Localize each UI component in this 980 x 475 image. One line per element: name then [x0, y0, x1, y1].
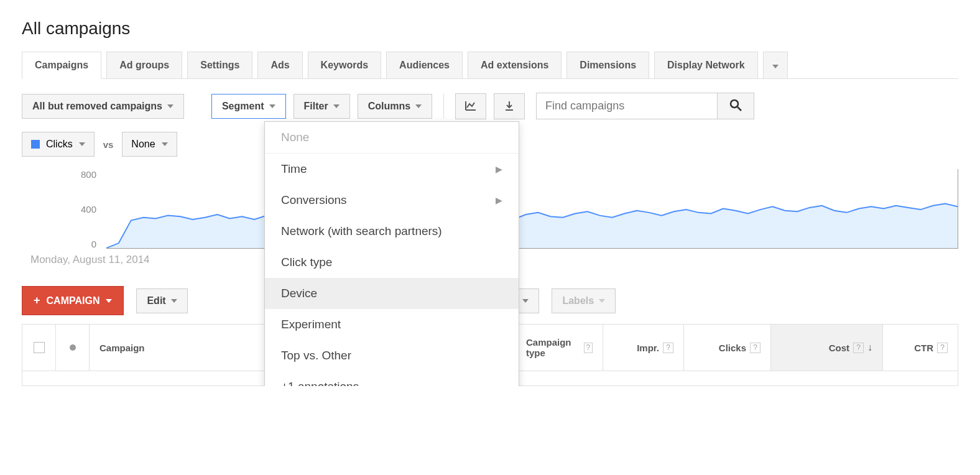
chevron-down-icon — [167, 104, 173, 108]
edit-dropdown[interactable]: Edit — [136, 288, 187, 313]
download-icon — [503, 100, 515, 113]
segment-menu-conversions[interactable]: Conversions ▶ — [265, 185, 519, 216]
tab-audiences[interactable]: Audiences — [386, 52, 463, 79]
columns-dropdown[interactable]: Columns — [358, 94, 432, 119]
color-swatch-icon — [31, 140, 40, 149]
segment-menu-annotations[interactable]: +1 annotations — [265, 371, 519, 386]
tab-overflow[interactable] — [763, 52, 788, 79]
chart-area[interactable] — [106, 169, 958, 249]
chevron-down-icon — [106, 299, 112, 303]
columns-label: Columns — [368, 101, 410, 112]
tab-ads[interactable]: Ads — [257, 52, 302, 79]
help-icon[interactable]: ? — [853, 343, 864, 353]
chevron-down-icon — [772, 65, 779, 68]
tab-adextensions[interactable]: Ad extensions — [468, 52, 562, 79]
download-button[interactable] — [494, 93, 525, 119]
segment-label: Segment — [222, 101, 264, 112]
segment-menu: None Time ▶ Conversions ▶ Network (with … — [264, 121, 519, 386]
segment-dropdown[interactable]: Segment — [211, 94, 286, 119]
search-button[interactable] — [717, 93, 754, 119]
status-filter-dropdown[interactable]: All but removed campaigns — [22, 94, 184, 119]
search-icon — [729, 98, 742, 112]
segment-menu-device[interactable]: Device — [265, 278, 519, 309]
chevron-right-icon: ▶ — [496, 195, 502, 205]
help-icon[interactable]: ? — [750, 343, 760, 353]
clicks-column-header[interactable]: Clicks ? — [684, 325, 771, 371]
select-all-checkbox[interactable] — [22, 325, 56, 371]
segment-menu-clicktype[interactable]: Click type — [265, 247, 519, 278]
chevron-right-icon: ▶ — [496, 164, 502, 174]
new-campaign-button[interactable]: + CAMPAIGN — [22, 286, 124, 315]
chevron-down-icon — [171, 299, 177, 303]
line-chart-icon — [106, 169, 958, 248]
search-input[interactable] — [537, 93, 717, 119]
page-title: All campaigns — [0, 0, 980, 51]
help-icon[interactable]: ? — [937, 343, 948, 353]
y-axis-labels: 800 400 0 — [72, 169, 96, 257]
secondary-metric-dropdown[interactable]: None — [122, 132, 177, 157]
search-container — [536, 93, 754, 119]
labels-dropdown[interactable]: Labels — [552, 288, 616, 313]
vs-label: vs — [103, 139, 114, 150]
tab-keywords[interactable]: Keywords — [308, 52, 381, 79]
chevron-down-icon — [522, 299, 529, 303]
filter-dropdown[interactable]: Filter — [294, 94, 350, 119]
chart-icon — [465, 100, 477, 113]
segment-menu-topvsother[interactable]: Top vs. Other — [265, 340, 519, 371]
segment-menu-network[interactable]: Network (with search partners) — [265, 216, 519, 247]
segment-menu-time[interactable]: Time ▶ — [265, 154, 519, 185]
primary-metric-dropdown[interactable]: Clicks — [22, 132, 95, 157]
status-dot-icon — [70, 344, 76, 351]
campaign-type-column-header[interactable]: Campaign type ? — [516, 325, 603, 371]
chevron-down-icon — [269, 104, 275, 108]
status-filter-label: All but removed campaigns — [32, 101, 162, 112]
cost-column-header[interactable]: Cost ? ↓ — [771, 325, 883, 371]
impr-column-header[interactable]: Impr. ? — [603, 325, 684, 371]
tab-displaynetwork[interactable]: Display Network — [654, 52, 757, 79]
plus-icon: + — [34, 294, 40, 307]
help-icon[interactable]: ? — [663, 343, 673, 353]
ctr-column-header[interactable]: CTR ? — [883, 325, 958, 371]
sort-down-icon: ↓ — [867, 342, 872, 353]
divider — [443, 94, 444, 119]
chevron-down-icon — [162, 142, 168, 146]
segment-menu-none[interactable]: None — [265, 122, 519, 154]
tab-adgroups[interactable]: Ad groups — [106, 52, 182, 79]
chevron-down-icon — [333, 104, 340, 108]
chevron-down-icon — [79, 142, 85, 146]
chevron-down-icon — [599, 299, 605, 303]
tab-settings[interactable]: Settings — [187, 52, 252, 79]
tabs-bar: Campaigns Ad groups Settings Ads Keyword… — [0, 51, 980, 78]
chevron-down-icon — [415, 104, 422, 108]
tab-campaigns[interactable]: Campaigns — [22, 52, 101, 79]
svg-point-0 — [731, 100, 738, 108]
chart-toggle-button[interactable] — [455, 93, 486, 119]
help-icon[interactable]: ? — [584, 343, 593, 353]
filter-label: Filter — [304, 101, 328, 112]
filter-toolbar: All but removed campaigns Segment Filter… — [22, 93, 958, 119]
tab-dimensions[interactable]: Dimensions — [566, 52, 649, 79]
segment-menu-experiment[interactable]: Experiment — [265, 309, 519, 340]
status-column-header[interactable] — [56, 325, 90, 371]
